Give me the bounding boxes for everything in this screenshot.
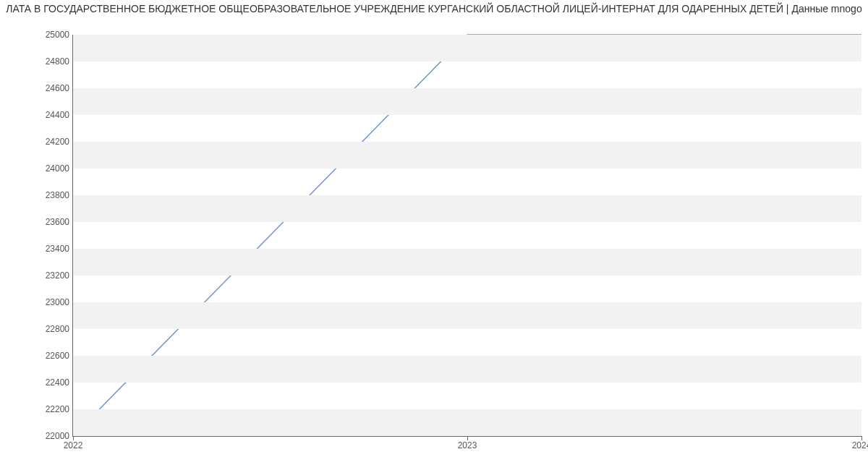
grid-band (73, 249, 861, 275)
grid-band (73, 35, 861, 61)
y-tick-label: 23000 (4, 297, 69, 307)
y-tick-label: 23400 (4, 244, 69, 254)
y-tick-label: 22200 (4, 404, 69, 414)
grid-band (73, 142, 861, 168)
grid-band (73, 409, 861, 436)
y-tick-label: 24800 (4, 56, 69, 67)
grid-band (73, 302, 861, 329)
grid-band (73, 195, 861, 222)
grid-band (73, 88, 861, 115)
y-tick-label: 24600 (4, 83, 69, 93)
chart-container: 202220232024 220002220022400226002280023… (0, 20, 868, 461)
y-tick-label: 22800 (4, 324, 69, 334)
plot-area: 202220232024 (72, 35, 861, 437)
y-tick-label: 22000 (4, 431, 69, 441)
grid-band (73, 356, 861, 383)
chart-title: ЛАТА В ГОСУДАРСТВЕННОЕ БЮДЖЕТНОЕ ОБЩЕОБР… (0, 0, 868, 14)
y-tick-label: 24000 (4, 163, 69, 174)
y-tick-label: 22400 (4, 377, 69, 388)
y-tick-label: 24200 (4, 137, 69, 147)
x-tick-label: 2024 (852, 440, 868, 450)
y-tick-label: 23800 (4, 190, 69, 200)
y-tick-label: 25000 (4, 30, 69, 40)
y-tick-label: 24400 (4, 110, 69, 120)
y-tick-label: 23600 (4, 217, 69, 227)
x-tick-label: 2023 (458, 440, 477, 450)
x-tick-label: 2022 (64, 440, 83, 450)
y-tick-label: 23200 (4, 270, 69, 281)
y-tick-label: 22600 (4, 351, 69, 361)
